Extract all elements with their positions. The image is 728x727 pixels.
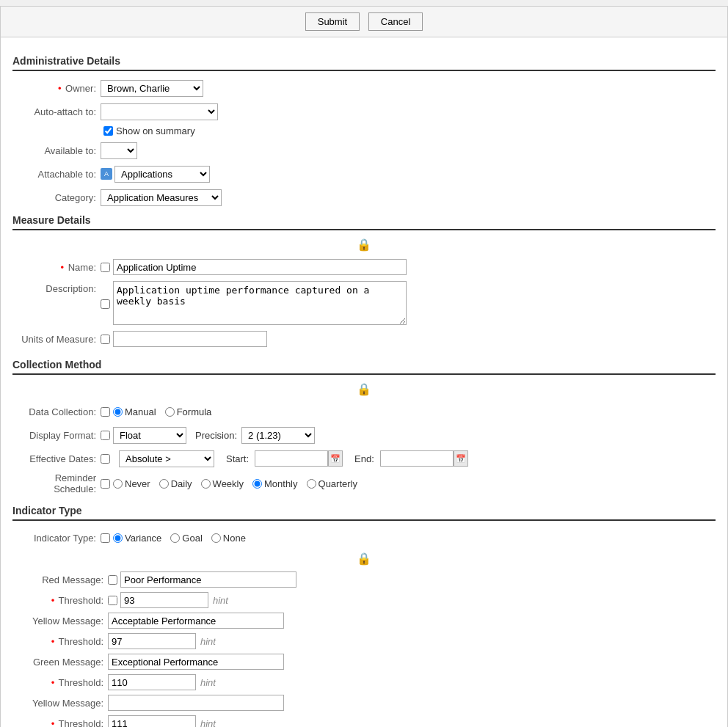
red-hint-text: hint xyxy=(213,595,228,606)
available-to-select[interactable] xyxy=(101,142,137,159)
monthly-radio-label[interactable]: Monthly xyxy=(252,478,298,489)
measure-lock-icon: 🔒 xyxy=(357,238,371,252)
red-message-label: Red Message: xyxy=(12,574,108,585)
yellow2-message-row: Yellow Message: xyxy=(12,695,716,711)
green-threshold-control: hint xyxy=(108,674,716,690)
yellow2-hint-text: hint xyxy=(200,718,216,728)
red-message-checkbox[interactable] xyxy=(108,575,117,585)
start-calendar-button[interactable]: 📅 xyxy=(328,450,343,467)
measure-details-header: Measure Details xyxy=(12,214,716,230)
yellow2-threshold-label: • Threshold: xyxy=(12,718,108,728)
app-icon: A xyxy=(101,168,112,180)
description-label: Description: xyxy=(12,281,101,294)
start-label: Start: xyxy=(226,453,249,464)
category-select[interactable]: Application Measures xyxy=(101,189,222,206)
none-radio-label[interactable]: None xyxy=(211,533,246,544)
owner-control: Brown, Charlie xyxy=(101,80,716,97)
indicator-type-checkbox[interactable] xyxy=(101,533,110,543)
red-threshold-checkbox[interactable] xyxy=(108,596,117,605)
monthly-radio[interactable] xyxy=(252,479,262,489)
variance-radio-label[interactable]: Variance xyxy=(113,533,161,544)
effective-dates-select[interactable]: Absolute > xyxy=(119,450,214,467)
owner-label: • Owner: xyxy=(12,83,101,94)
red-message-input[interactable] xyxy=(120,571,296,588)
manual-radio-label[interactable]: Manual xyxy=(113,406,156,417)
yellow2-threshold-row: • Threshold: hint xyxy=(12,715,716,727)
owner-required-dot: • xyxy=(58,83,62,94)
weekly-radio[interactable] xyxy=(201,479,211,489)
goal-radio-label[interactable]: Goal xyxy=(170,533,202,544)
reminder-checkbox[interactable] xyxy=(101,479,110,489)
yellow-message-row: Yellow Message: xyxy=(12,613,716,629)
indicator-type-header: Indicator Type xyxy=(12,505,716,521)
attachable-to-select[interactable]: Applications xyxy=(114,166,210,183)
data-collection-checkbox[interactable] xyxy=(101,407,110,417)
weekly-radio-label[interactable]: Weekly xyxy=(201,478,244,489)
top-cancel-button[interactable]: Cancel xyxy=(368,12,423,31)
quarterly-radio-label[interactable]: Quarterly xyxy=(307,478,357,489)
units-control xyxy=(101,331,716,347)
quarterly-radio[interactable] xyxy=(307,479,316,489)
red-threshold-dot: • xyxy=(51,595,55,606)
collection-method-header: Collection Method xyxy=(12,359,716,375)
formula-radio-label[interactable]: Formula xyxy=(165,406,212,417)
green-message-input[interactable] xyxy=(108,654,284,670)
units-checkbox[interactable] xyxy=(101,335,110,344)
green-message-row: Green Message: xyxy=(12,654,716,670)
yellow-message-label: Yellow Message: xyxy=(12,615,108,626)
name-input[interactable] xyxy=(113,259,407,275)
show-on-summary-label: Show on summary xyxy=(116,125,195,136)
description-control: Application uptime performance captured … xyxy=(101,281,716,325)
yellow-message-input[interactable] xyxy=(108,613,284,629)
reminder-radio-group: Never Daily Weekly Monthly xyxy=(113,478,357,489)
display-format-label: Display Format: xyxy=(12,430,101,441)
yellow-hint-text: hint xyxy=(200,636,216,647)
indicator-lock-row: 🔒 xyxy=(12,552,716,569)
red-threshold-input[interactable] xyxy=(120,592,208,608)
red-message-control xyxy=(108,571,716,588)
effective-dates-control: Absolute > Start: 📅 End: 📅 xyxy=(101,450,716,467)
name-checkbox[interactable] xyxy=(101,263,110,272)
indicator-type-label: Indicator Type: xyxy=(12,533,101,544)
end-calendar-button[interactable]: 📅 xyxy=(454,450,468,467)
category-label: Category: xyxy=(12,192,101,203)
attachable-to-label: Attachable to: xyxy=(12,169,101,180)
description-checkbox[interactable] xyxy=(101,299,110,309)
name-required-dot: • xyxy=(61,262,65,273)
variance-radio[interactable] xyxy=(113,533,123,543)
none-radio[interactable] xyxy=(211,533,221,543)
description-textarea[interactable]: Application uptime performance captured … xyxy=(113,281,407,325)
yellow2-threshold-input[interactable] xyxy=(108,715,196,727)
display-format-select[interactable]: Float xyxy=(113,427,186,444)
auto-attach-select[interactable] xyxy=(101,103,218,120)
manual-radio[interactable] xyxy=(113,407,123,417)
start-date-input[interactable] xyxy=(255,450,328,467)
units-input[interactable] xyxy=(113,331,267,347)
owner-select[interactable]: Brown, Charlie xyxy=(101,80,203,97)
precision-select[interactable]: 2 (1.23) xyxy=(241,427,315,444)
never-radio[interactable] xyxy=(113,479,123,489)
top-submit-button[interactable]: Submit xyxy=(305,12,360,31)
display-format-checkbox[interactable] xyxy=(101,431,110,440)
units-label: Units of Measure: xyxy=(12,334,101,345)
daily-radio[interactable] xyxy=(159,479,169,489)
effective-dates-checkbox[interactable] xyxy=(101,454,110,464)
yellow-message-control xyxy=(108,613,716,629)
formula-radio[interactable] xyxy=(165,407,175,417)
show-on-summary-checkbox[interactable] xyxy=(103,126,113,136)
yellow2-message-input[interactable] xyxy=(108,695,284,711)
reminder-schedule-label: Reminder Schedule: xyxy=(12,472,101,494)
effective-dates-row: Effective Dates: Absolute > Start: 📅 End… xyxy=(12,449,716,468)
end-date-input[interactable] xyxy=(380,450,454,467)
red-message-row: Red Message: xyxy=(12,571,716,588)
red-threshold-row: • Threshold: hint xyxy=(12,592,716,608)
daily-radio-label[interactable]: Daily xyxy=(159,478,192,489)
goal-radio[interactable] xyxy=(170,533,180,543)
green-threshold-input[interactable] xyxy=(108,674,196,690)
display-format-control: Float Precision: 2 (1.23) xyxy=(101,427,716,444)
never-radio-label[interactable]: Never xyxy=(113,478,150,489)
auto-attach-control xyxy=(101,103,716,120)
collection-lock-icon: 🔒 xyxy=(357,382,371,396)
yellow-threshold-input[interactable] xyxy=(108,633,196,649)
data-collection-row: Data Collection: Manual Formula xyxy=(12,402,716,421)
